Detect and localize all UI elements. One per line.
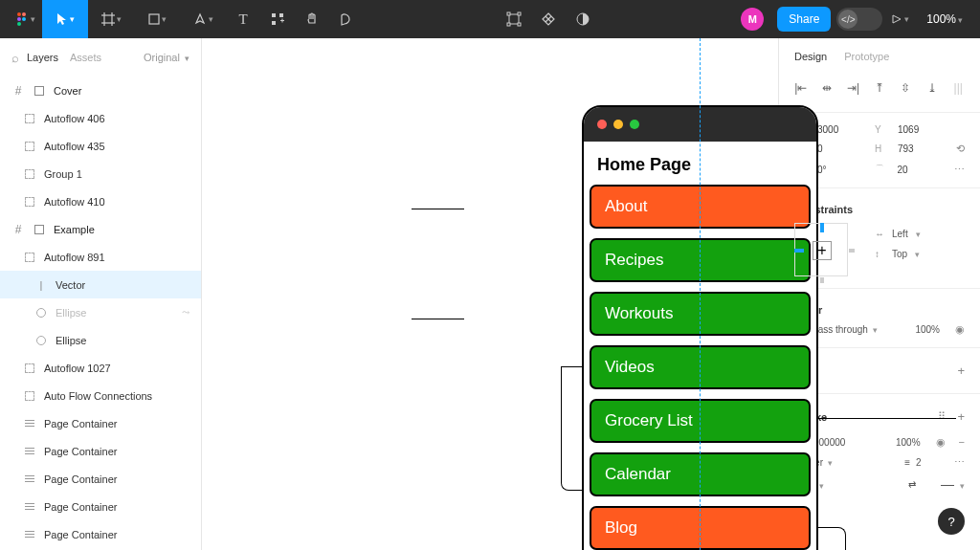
- assets-tab[interactable]: Assets: [70, 52, 101, 63]
- layer-label: Auto Flow Connections: [44, 390, 152, 402]
- dev-mode-toggle[interactable]: </>: [836, 8, 882, 31]
- layer-row[interactable]: Ellipse⤳: [0, 298, 201, 326]
- shape-tool[interactable]: ▾: [134, 0, 180, 38]
- link-dims-icon[interactable]: ⟲: [956, 143, 965, 155]
- more-icon[interactable]: ⋯: [954, 164, 965, 176]
- swap-endpoints-button[interactable]: ⇄: [908, 479, 916, 490]
- layers-tab[interactable]: Layers: [27, 52, 58, 63]
- h-constraint-dropdown[interactable]: ↔Left ▾: [875, 229, 921, 239]
- layer-row[interactable]: Autoflow 1027: [0, 354, 201, 382]
- help-button[interactable]: ?: [938, 508, 965, 535]
- align-top-icon[interactable]: ⤒: [869, 77, 889, 99]
- visibility-icon[interactable]: ◉: [955, 323, 965, 336]
- user-avatar[interactable]: M: [741, 8, 764, 31]
- align-vcenter-icon[interactable]: ⇳: [896, 77, 916, 99]
- share-button[interactable]: Share: [777, 7, 831, 32]
- component-icon[interactable]: [531, 0, 566, 38]
- align-left-icon[interactable]: |⇤: [791, 77, 811, 99]
- svg-rect-3: [22, 17, 26, 21]
- layer-row[interactable]: Auto Flow Connections: [0, 382, 201, 409]
- layer-label: Autoflow 410: [44, 196, 105, 208]
- layer-row[interactable]: #Example: [0, 215, 201, 243]
- hand-tool[interactable]: [295, 0, 329, 38]
- design-canvas[interactable]: Home Page AboutRecipesWorkoutsVideosGroc…: [202, 38, 778, 550]
- prototype-tab[interactable]: Prototype: [844, 51, 889, 62]
- group-icon: [23, 251, 36, 264]
- h-field[interactable]: 793: [898, 143, 944, 154]
- opacity-field[interactable]: 100%: [915, 324, 940, 335]
- stroke-width-field[interactable]: 2: [916, 457, 939, 468]
- page-icon: [33, 223, 46, 236]
- layer-row[interactable]: Group 1: [0, 160, 201, 187]
- add-stroke-button[interactable]: +: [957, 409, 965, 424]
- layer-row[interactable]: Page Container: [0, 520, 201, 548]
- align-bottom-icon[interactable]: ⤓: [922, 77, 942, 99]
- search-icon[interactable]: ⌕: [11, 51, 19, 65]
- radius-field[interactable]: 20: [897, 165, 943, 175]
- layer-row[interactable]: Page Container: [0, 437, 201, 465]
- present-button[interactable]: ▾: [882, 0, 917, 38]
- vertical-guide[interactable]: [700, 38, 701, 550]
- frame-tool[interactable]: ▾: [88, 0, 134, 38]
- layer-row[interactable]: Autoflow 435: [0, 132, 201, 160]
- layer-label: Ellipse: [56, 307, 86, 319]
- endpoint-end-dropdown[interactable]: — ▾: [941, 476, 965, 492]
- layer-label: Autoflow 891: [44, 252, 105, 263]
- stroke-style-icon[interactable]: ⠿: [938, 410, 947, 423]
- connector-line: [817, 527, 846, 550]
- stroke-more-icon[interactable]: ⋯: [954, 456, 965, 469]
- text-tool[interactable]: T: [226, 0, 260, 38]
- distribute-icon[interactable]: |||: [948, 77, 969, 99]
- w-field[interactable]: 0: [817, 143, 863, 154]
- v-constraint-dropdown[interactable]: ↕Top ▾: [875, 249, 921, 259]
- resources-tool[interactable]: [260, 0, 295, 38]
- layer-row[interactable]: |Vector: [0, 271, 201, 298]
- design-tab[interactable]: Design: [794, 51, 827, 62]
- y-field[interactable]: 1069: [898, 124, 944, 135]
- autolayout-icon: [23, 473, 36, 486]
- svg-rect-4: [17, 22, 21, 26]
- layer-row[interactable]: Page Container: [0, 409, 201, 437]
- x-field[interactable]: 3000: [817, 124, 863, 135]
- comment-tool[interactable]: [329, 0, 364, 38]
- layer-row[interactable]: Page Container: [0, 493, 201, 520]
- layer-label: Cover: [54, 85, 81, 97]
- stroke-hex-field[interactable]: 000000: [813, 437, 845, 448]
- connector-line: [817, 418, 956, 419]
- stroke-opacity-field[interactable]: 100%: [896, 437, 921, 448]
- mask-icon[interactable]: [566, 0, 600, 38]
- layer-row[interactable]: Autoflow 406: [0, 104, 201, 132]
- autolayout-icon: [23, 500, 36, 514]
- left-panel: ⌕ Layers Assets Original ▾ #CoverAutoflo…: [0, 38, 202, 550]
- autolayout-icon: [23, 528, 36, 541]
- page-dropdown[interactable]: Original ▾: [144, 52, 189, 63]
- align-right-icon[interactable]: ⇥|: [843, 77, 863, 99]
- layer-label: Page Container: [44, 473, 117, 485]
- figma-menu-button[interactable]: ▾: [8, 0, 42, 38]
- layer-row[interactable]: #Cover: [0, 77, 201, 104]
- align-hcenter-icon[interactable]: ⇹: [816, 77, 836, 99]
- layer-row[interactable]: Ellipse: [0, 326, 201, 354]
- add-fill-button[interactable]: +: [957, 363, 965, 378]
- layer-label: Page Container: [44, 529, 117, 540]
- layer-row[interactable]: Page Container: [0, 465, 201, 493]
- autolayout-icon: [23, 417, 36, 430]
- pen-tool[interactable]: ▾: [180, 0, 226, 38]
- ellipse-icon: [34, 334, 48, 347]
- svg-rect-10: [272, 13, 276, 17]
- layer-row[interactable]: Autoflow 410: [0, 187, 201, 215]
- group-icon: [23, 195, 36, 209]
- select-group-icon[interactable]: [497, 0, 531, 38]
- align-row: |⇤ ⇹ ⇥| ⤒ ⇳ ⤓ |||: [779, 72, 980, 104]
- blend-dropdown[interactable]: Pass through ▾: [812, 324, 878, 335]
- zoom-dropdown[interactable]: 100%▾: [926, 12, 963, 26]
- move-tool[interactable]: ▾: [42, 0, 88, 38]
- group-icon: [23, 140, 36, 153]
- remove-stroke-button[interactable]: −: [959, 436, 965, 448]
- layer-row[interactable]: Autoflow 891: [0, 243, 201, 271]
- stroke-visibility-icon[interactable]: ◉: [936, 436, 946, 449]
- constraints-widget[interactable]: +: [794, 223, 848, 276]
- layer-label: Autoflow 406: [44, 113, 105, 124]
- rotation-field[interactable]: 0°: [817, 165, 863, 175]
- constraints-center-icon[interactable]: +: [813, 241, 832, 260]
